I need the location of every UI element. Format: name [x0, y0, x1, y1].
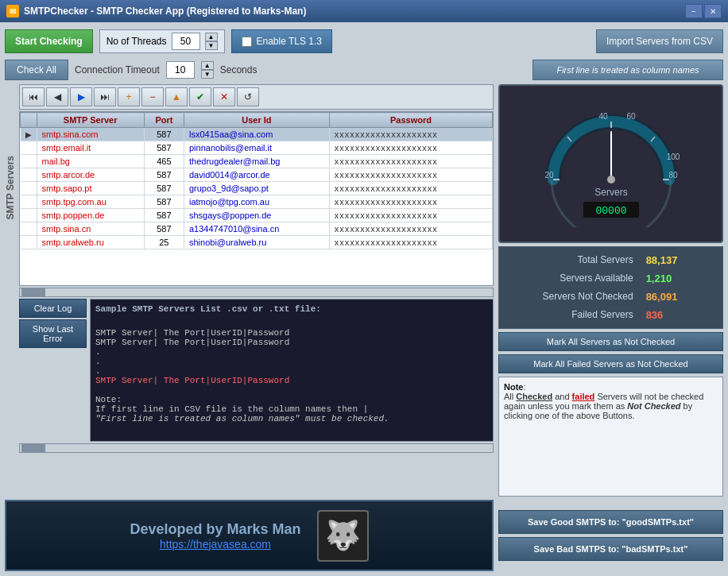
note-body: All Checked and failed Servers will not … — [504, 392, 703, 420]
table-toolbar: ⏮ ◀ ▶ ⏭ + − ▲ ✔ ✕ ↺ — [19, 84, 494, 110]
log-scrollbar-h[interactable] — [19, 443, 494, 453]
import-servers-button[interactable]: Import Servers from CSV — [596, 29, 723, 53]
show-last-error-button[interactable]: Show Last Error — [19, 319, 87, 348]
dev-box: Developed by Marks Man https://thejavase… — [5, 500, 494, 571]
server-table: SMTP Server Port User Id Password ▶ smtp… — [19, 111, 494, 286]
threads-input[interactable] — [172, 33, 200, 50]
password-cell: xxxxxxxxxxxxxxxxxxxx — [329, 222, 492, 236]
title-bar: ✉ SMTPChecker - SMTP Checker App (Regist… — [0, 0, 728, 22]
password-cell: xxxxxxxxxxxxxxxxxxxx — [329, 195, 492, 209]
svg-text:40: 40 — [598, 112, 608, 121]
userid-cell: thedrugdealer@mail.bg — [184, 155, 329, 168]
failed-label: Failed Servers — [504, 307, 638, 323]
save-bad-button[interactable]: Save Bad SMTPS to: "badSMTPs.txt" — [498, 537, 723, 561]
dev-text: Developed by Marks Man https://thejavase… — [130, 521, 300, 551]
svg-text:100: 100 — [666, 153, 680, 161]
tls-checkbox[interactable] — [242, 37, 252, 47]
table-scrollbar-h[interactable] — [19, 288, 494, 297]
bottom-footer: Developed by Marks Man https://thejavase… — [5, 500, 723, 571]
server-cell: smtp.sapo.pt — [37, 182, 144, 195]
title-bar-left: ✉ SMTPChecker - SMTP Checker App (Regist… — [6, 5, 306, 17]
server-cell: smtp.sina.com — [37, 128, 144, 141]
check-all-button[interactable]: Check All — [5, 60, 68, 80]
cancel-button[interactable]: ✕ — [213, 87, 235, 106]
save-good-button[interactable]: Save Good SMTPS to: "goodSMTPs.txt" — [498, 510, 723, 534]
dev-url[interactable]: https://thejavasea.com — [130, 538, 300, 551]
threads-spinner[interactable]: ▲ ▼ — [205, 33, 218, 50]
left-panel: SMTP Servers ⏮ ◀ ▶ ⏭ + − ▲ ✔ ✕ ↺ — [5, 84, 494, 497]
confirm-button[interactable]: ✔ — [189, 87, 211, 106]
connection-timeout-label: Connection Timeout — [75, 64, 160, 75]
available-value: 1,210 — [640, 270, 718, 287]
minimize-button[interactable]: − — [685, 4, 703, 18]
row-indicator — [21, 141, 37, 155]
total-servers-label: Total Servers — [504, 252, 638, 269]
row-indicator — [21, 182, 37, 195]
port-cell: 465 — [144, 155, 184, 168]
mark-all-button[interactable]: Mark All Servers as Not Checked — [498, 332, 723, 351]
threads-up[interactable]: ▲ — [205, 33, 218, 41]
timeout-up[interactable]: ▲ — [201, 61, 214, 70]
delete-button[interactable]: − — [141, 87, 164, 106]
close-button[interactable]: ✕ — [704, 4, 722, 18]
table-row[interactable]: smtp.arcor.de 587 david0014@arcor.de xxx… — [21, 168, 493, 182]
window-controls: − ✕ — [685, 4, 722, 18]
row-indicator — [21, 195, 37, 209]
seconds-label: Seconds — [220, 64, 258, 75]
table-row[interactable]: ▶ smtp.sina.com 587 lsx0415aa@sina.com x… — [21, 128, 493, 141]
table-row[interactable]: smtp.poppen.de 587 shsgays@poppen.de xxx… — [21, 209, 493, 222]
threads-down[interactable]: ▼ — [205, 41, 218, 50]
userid-cell: shinobi@uralweb.ru — [184, 236, 329, 249]
userid-cell: shsgays@poppen.de — [184, 209, 329, 222]
refresh-button[interactable]: ↺ — [237, 87, 259, 106]
row-indicator — [21, 236, 37, 249]
up-button[interactable]: ▲ — [165, 87, 188, 106]
userid-cell: iatmojo@tpg.com.au — [184, 195, 329, 209]
table-row[interactable]: smtp.sina.cn 587 a1344747010@sina.cn xxx… — [21, 222, 493, 236]
first-button[interactable]: ⏮ — [22, 87, 45, 106]
col-port: Port — [144, 113, 184, 128]
app-title: SMTPChecker - SMTP Checker App (Register… — [24, 6, 306, 17]
not-checked-value: 86,091 — [640, 288, 718, 305]
password-cell: xxxxxxxxxxxxxxxxxxxx — [329, 155, 492, 168]
port-cell: 587 — [144, 222, 184, 236]
no-of-threads-label: No of Threads — [106, 36, 167, 47]
timeout-down[interactable]: ▼ — [201, 70, 214, 79]
add-button[interactable]: + — [118, 87, 140, 106]
gauge-svg: 40 60 20 80 100 Servers 00000 — [540, 100, 683, 227]
password-cell: xxxxxxxxxxxxxxxxxxxx — [329, 209, 492, 222]
server-cell: smtp.poppen.de — [37, 209, 144, 222]
tls-box: Enable TLS 1.3 — [231, 29, 333, 53]
svg-point-12 — [607, 176, 615, 184]
port-cell: 25 — [144, 236, 184, 249]
clear-log-button[interactable]: Clear Log — [19, 299, 87, 318]
table-row[interactable]: smtp.email.it 587 pinnanobilis@email.it … — [21, 141, 493, 155]
save-buttons: Save Good SMTPS to: "goodSMTPs.txt" Save… — [498, 500, 723, 571]
table-row[interactable]: mail.bg 465 thedrugdealer@mail.bg xxxxxx… — [21, 155, 493, 168]
top-row: Start Checking No of Threads ▲ ▼ Enable … — [5, 27, 723, 56]
stats-grid: Total Servers 88,137 Servers Available 1… — [498, 246, 723, 329]
next-button[interactable]: ▶ — [70, 87, 92, 106]
not-checked-label: Servers Not Checked — [504, 288, 638, 305]
mark-failed-button[interactable]: Mark All Failed Servers as Not Checked — [498, 354, 723, 373]
scroll-thumb[interactable] — [21, 288, 45, 296]
timeout-spinner[interactable]: ▲ ▼ — [201, 61, 214, 79]
svg-text:20: 20 — [544, 171, 554, 180]
dev-title: Developed by Marks Man — [130, 521, 300, 538]
thread-box: No of Threads ▲ ▼ — [99, 29, 225, 53]
password-cell: xxxxxxxxxxxxxxxxxxxx — [329, 128, 492, 141]
svg-text:80: 80 — [668, 171, 678, 180]
server-cell: smtp.sina.cn — [37, 222, 144, 236]
right-panel: 40 60 20 80 100 Servers 00000 Total — [498, 84, 723, 497]
last-button[interactable]: ⏭ — [94, 87, 116, 106]
start-checking-button[interactable]: Start Checking — [5, 29, 93, 53]
timeout-input[interactable] — [166, 61, 195, 79]
prev-button[interactable]: ◀ — [46, 87, 68, 106]
password-cell: xxxxxxxxxxxxxxxxxxxx — [329, 236, 492, 249]
col-userid: User Id — [184, 113, 329, 128]
table-row[interactable]: smtp.tpg.com.au 587 iatmojo@tpg.com.au x… — [21, 195, 493, 209]
table-row[interactable]: smtp.uralweb.ru 25 shinobi@uralweb.ru xx… — [21, 236, 493, 249]
svg-text:00000: 00000 — [595, 205, 626, 217]
table-row[interactable]: smtp.sapo.pt 587 grupo3_9d@sapo.pt xxxxx… — [21, 182, 493, 195]
log-scroll-thumb[interactable] — [21, 444, 45, 452]
